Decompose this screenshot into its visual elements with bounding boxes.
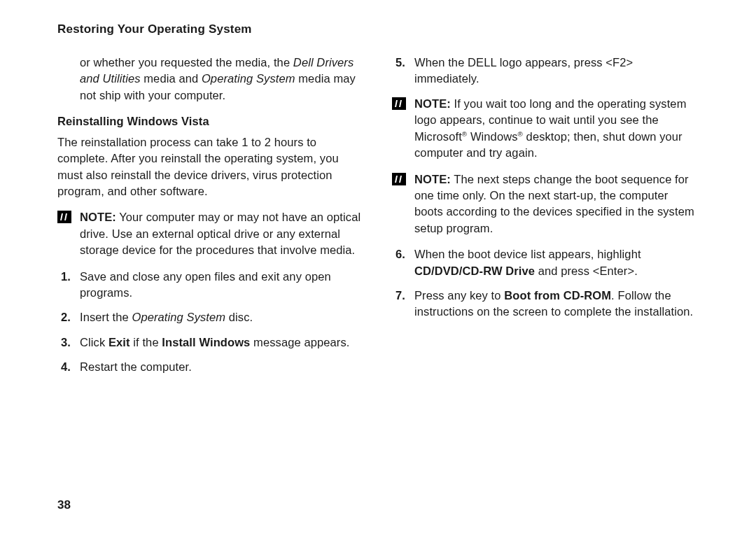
step-3: 3. Click Exit if the Install Windows mes…: [57, 334, 364, 351]
note-block: NOTE: Your computer may or may not have …: [57, 209, 364, 258]
step-number: 4.: [61, 359, 71, 375]
step-text: Save and close any open files and exit a…: [80, 270, 331, 299]
step-text: Restart the computer.: [80, 360, 192, 373]
note-label: NOTE:: [414, 97, 451, 110]
page-number: 38: [57, 498, 71, 512]
note-text: Windows: [467, 130, 517, 143]
bold-text: Exit: [108, 336, 130, 348]
step-1: 1. Save and close any open files and exi…: [57, 269, 364, 302]
step-number: 1.: [61, 269, 71, 285]
bold-text: Boot from CD-ROM: [504, 289, 611, 302]
step-number: 2.: [61, 309, 71, 325]
step-7: 7. Press any key to Boot from CD-ROM. Fo…: [392, 288, 699, 320]
step-text: Press any key to: [414, 289, 504, 302]
note-label: NOTE:: [80, 211, 116, 223]
note-icon: [57, 211, 71, 223]
note-icon: [392, 173, 406, 185]
page-header: Restoring Your Operating System: [57, 22, 699, 36]
columns-container: or whether you requested the media, the …: [57, 55, 699, 384]
sub-heading: Reinstalling Windows Vista: [57, 113, 364, 129]
step-text: Click: [80, 336, 108, 348]
note-label: NOTE:: [414, 173, 451, 185]
note-icon: [392, 97, 406, 110]
note-text: The next steps change the boot sequence …: [414, 173, 694, 234]
continued-paragraph: or whether you requested the media, the …: [57, 55, 364, 104]
step-number: 7.: [396, 288, 405, 304]
step-5: 5. When the DELL logo appears, press <F2…: [392, 55, 699, 87]
step-number: 5.: [396, 55, 405, 71]
step-text: and press <Enter>.: [535, 265, 638, 277]
step-text: When the DELL logo appears, press <F2> i…: [414, 56, 633, 85]
step-text: if the: [130, 336, 162, 348]
step-text: When the boot device list appears, highl…: [414, 248, 641, 260]
italic-text: Operating System: [202, 72, 295, 85]
bold-text: CD/DVD/CD-RW Drive: [414, 265, 535, 277]
step-text: message appears.: [250, 336, 349, 348]
step-text: disc.: [225, 311, 253, 323]
step-number: 3.: [61, 334, 71, 351]
step-6: 6. When the boot device list appears, hi…: [392, 246, 699, 279]
step-4: 4. Restart the computer.: [57, 359, 364, 375]
italic-text: Operating System: [132, 311, 225, 323]
bold-text: Install Windows: [162, 336, 250, 348]
note-block: NOTE: The next steps change the boot seq…: [392, 171, 699, 237]
registered-symbol: ®: [518, 129, 523, 137]
right-column: 5. When the DELL logo appears, press <F2…: [392, 55, 699, 384]
left-column: or whether you requested the media, the …: [57, 55, 364, 384]
intro-paragraph: The reinstallation process can take 1 to…: [57, 134, 364, 200]
text: media and: [141, 72, 202, 85]
step-number: 6.: [396, 246, 405, 262]
note-block: NOTE: If you wait too long and the opera…: [392, 96, 699, 162]
step-2: 2. Insert the Operating System disc.: [57, 309, 364, 325]
text: or whether you requested the media, the: [80, 56, 293, 69]
step-text: Insert the: [80, 311, 132, 323]
note-text: Your computer may or may not have an opt…: [80, 211, 360, 256]
